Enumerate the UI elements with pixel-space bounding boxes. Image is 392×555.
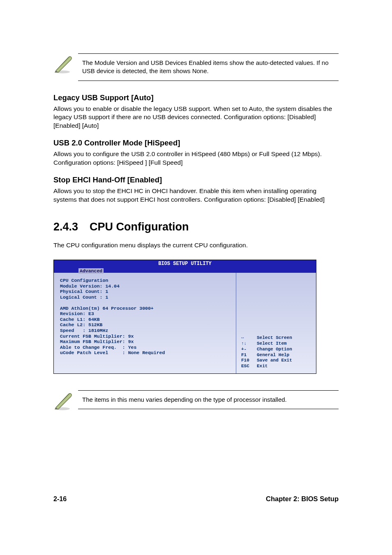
bios-help-row: ↑↓Select Item (241, 341, 312, 347)
section-title: CPU Configuration (90, 221, 189, 233)
body-legacy-usb: Allows you to enable or disable the lega… (53, 105, 339, 131)
bios-help-key: ↑↓ (241, 341, 257, 347)
bios-help-row: F1General Help (241, 352, 312, 358)
body-usb20: Allows you to configure the USB 2.0 cont… (53, 150, 339, 167)
bios-help-key: +- (241, 347, 257, 352)
pen-note-icon (53, 55, 73, 74)
note-icon (53, 390, 78, 412)
section-number: 2.4.3 (53, 221, 78, 233)
pen-note-icon (53, 392, 73, 411)
bios-titlebar: BIOS SETUP UTILITY (54, 260, 316, 267)
note-text: The Module Version and USB Devices Enabl… (78, 53, 339, 81)
bios-help-label: Change Option (257, 347, 292, 352)
heading-cpu-config: 2.4.3CPU Configuration (53, 221, 339, 233)
bios-help-row: +-Change Option (241, 347, 312, 352)
note-block-usb: The Module Version and USB Devices Enabl… (53, 53, 339, 81)
bios-help-row: F10Save and Exit (241, 358, 312, 364)
note-text: The items in this menu varies depending … (78, 390, 339, 409)
bios-help-label: Select Item (257, 341, 287, 347)
note-icon (53, 53, 78, 76)
heading-ehci: Stop EHCI Hand-Off [Enabled] (53, 175, 339, 184)
bios-left-panel: CPU Configuration Module Version: 14.04 … (54, 273, 236, 373)
bios-help-key: ↔ (241, 335, 257, 341)
bios-body: CPU Configuration Module Version: 14.04 … (54, 273, 316, 373)
body-ehci: Allows you to stop the EHCI HC in OHCI h… (53, 187, 339, 204)
bios-help-label: Save and Exit (257, 358, 292, 364)
bios-tab-row: Advanced (54, 267, 316, 273)
bios-help-panel: ↔Select Screen↑↓Select Item+-Change Opti… (236, 273, 316, 373)
bios-help-row: ESCExit (241, 364, 312, 369)
bios-help-label: Select Screen (257, 335, 292, 341)
bios-help-label: Exit (257, 364, 267, 369)
note-block-cpu: The items in this menu varies depending … (53, 390, 339, 412)
chapter-label: Chapter 2: BIOS Setup (266, 495, 339, 503)
bios-help-key: F1 (241, 352, 257, 358)
page-footer: 2-16 Chapter 2: BIOS Setup (53, 495, 339, 503)
heading-legacy-usb: Legacy USB Support [Auto] (53, 93, 339, 102)
bios-help-key: F10 (241, 358, 257, 364)
bios-screenshot: BIOS SETUP UTILITY Advanced CPU Configur… (53, 260, 316, 374)
page-number: 2-16 (53, 495, 67, 503)
heading-usb20: USB 2.0 Controller Mode [HiSpeed] (53, 138, 339, 147)
cpu-intro: The CPU configuration menu displays the … (53, 242, 339, 249)
bios-help-key: ESC (241, 364, 257, 369)
bios-help-row: ↔Select Screen (241, 335, 312, 341)
bios-help-label: General Help (257, 352, 289, 358)
